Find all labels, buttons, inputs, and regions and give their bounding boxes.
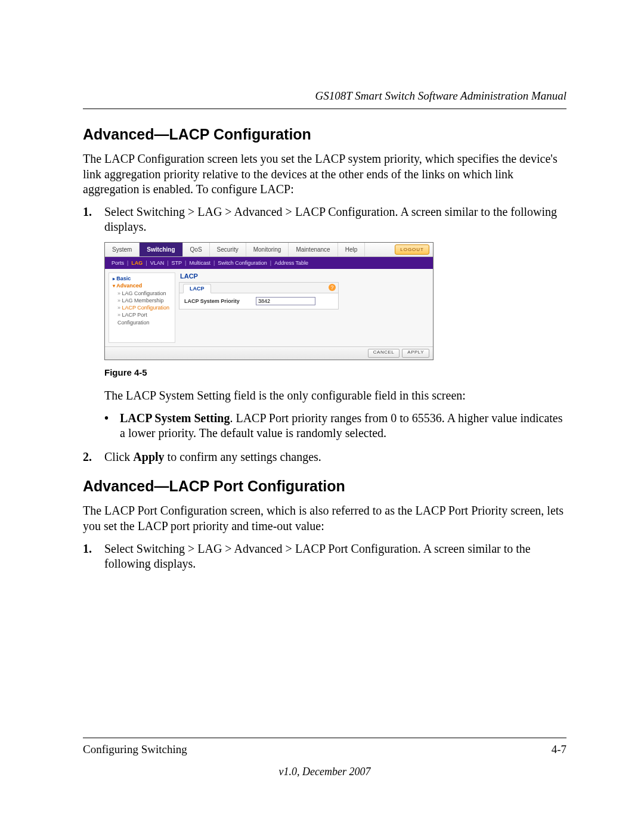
tab-system[interactable]: System: [105, 243, 140, 256]
button-bar: CANCEL APPLY: [105, 346, 433, 360]
subnav-multicast[interactable]: Multicast: [189, 260, 210, 266]
step2-a: Click: [104, 450, 133, 463]
apply-button[interactable]: APPLY: [402, 349, 429, 358]
panel-body: LACP System Priority: [179, 293, 338, 309]
main-tabbar: System Switching QoS Security Monitoring…: [105, 243, 433, 257]
sidebar: Basic Advanced LAG Configuration LAG Mem…: [109, 272, 175, 343]
logout-button[interactable]: LOGOUT: [395, 244, 429, 255]
subnav-address-table[interactable]: Address Table: [274, 260, 308, 266]
panel-tab-lacp[interactable]: LACP: [183, 284, 211, 293]
sidebar-group-basic[interactable]: Basic: [113, 275, 171, 281]
sidebar-item-lag-membership[interactable]: LAG Membership: [117, 297, 171, 304]
step-text: Select Switching > LAG > Advanced > LACP…: [104, 542, 531, 571]
subnav-vlan[interactable]: VLAN: [150, 260, 165, 266]
sidebar-item-lag-configuration[interactable]: LAG Configuration: [117, 290, 171, 297]
page-footer: Configuring Switching 4-7 v1.0, December…: [83, 738, 566, 778]
running-header: GS108T Smart Switch Software Administrat…: [83, 89, 566, 103]
footer-left: Configuring Switching: [83, 743, 187, 756]
lacp-system-priority-input[interactable]: [256, 297, 315, 305]
workarea: Basic Advanced LAG Configuration LAG Mem…: [105, 269, 433, 346]
subnav-ports[interactable]: Ports: [112, 260, 124, 266]
section2-intro: The LACP Port Configuration screen, whic…: [83, 503, 566, 534]
cancel-button[interactable]: CANCEL: [368, 349, 400, 358]
subnav: Ports| LAG| VLAN| STP| Multicast| Switch…: [105, 257, 433, 269]
step-text: Select Switching > LAG > Advanced > LACP…: [104, 205, 557, 234]
panel-title: LACP: [180, 272, 429, 280]
figure-lacp-screenshot: System Switching QoS Security Monitoring…: [104, 242, 434, 360]
subnav-stp[interactable]: STP: [172, 260, 182, 266]
sidebar-group-advanced[interactable]: Advanced: [113, 283, 171, 289]
sidebar-item-lacp-configuration[interactable]: LACP Configuration: [117, 304, 171, 311]
tab-monitoring[interactable]: Monitoring: [246, 243, 289, 256]
step2-apply-word: Apply: [133, 450, 164, 463]
section1-intro: The LACP Configuration screen lets you s…: [83, 151, 566, 197]
section1-afterfig: The LACP System Setting field is the onl…: [104, 388, 566, 404]
bullet-lacp-system-setting: LACP System Setting. LACP Port priority …: [83, 411, 566, 441]
tab-help[interactable]: Help: [338, 243, 366, 256]
footer-version: v1.0, December 2007: [83, 766, 566, 778]
lacp-panel: LACP ? LACP System Priority: [179, 282, 339, 309]
step2-c: to confirm any settings changes.: [165, 450, 321, 463]
footer-right: 4-7: [552, 743, 566, 756]
section2-title: Advanced—LACP Port Configuration: [83, 478, 566, 495]
section1-step1: 1. Select Switching > LAG > Advanced > L…: [83, 205, 566, 235]
bullet-lead: LACP System Setting: [120, 411, 230, 425]
figure-caption: Figure 4-5: [104, 367, 566, 377]
section1-step2: 2. Click Apply to confirm any settings c…: [83, 450, 566, 465]
tab-security[interactable]: Security: [210, 243, 246, 256]
section1-title: Advanced—LACP Configuration: [83, 126, 566, 143]
help-icon[interactable]: ?: [329, 284, 336, 291]
step-number: 2.: [83, 450, 92, 465]
step-number: 1.: [83, 205, 92, 220]
step-number: 1.: [83, 541, 92, 557]
main-panel-area: LACP LACP ? LACP System Priority: [179, 272, 429, 343]
tab-switching[interactable]: Switching: [140, 243, 182, 256]
sidebar-item-lacp-port-configuration[interactable]: LACP Port Configuration: [117, 311, 171, 326]
section2-step1: 1. Select Switching > LAG > Advanced > L…: [83, 541, 566, 572]
tab-qos[interactable]: QoS: [183, 243, 210, 256]
tab-maintenance[interactable]: Maintenance: [289, 243, 338, 256]
header-rule: [83, 109, 566, 109]
footer-rule: [83, 738, 566, 738]
subnav-lag[interactable]: LAG: [131, 260, 143, 266]
subnav-switch-config[interactable]: Switch Configuration: [218, 260, 267, 266]
field-label-lacp-priority: LACP System Priority: [182, 296, 253, 306]
panel-tab-row: LACP ?: [179, 283, 338, 293]
